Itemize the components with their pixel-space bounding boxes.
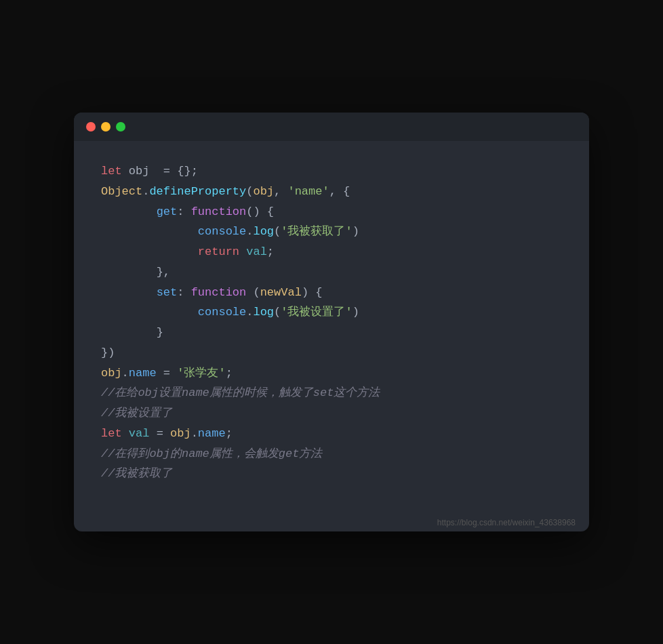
code-line-14: let val = obj.name;	[101, 424, 562, 444]
code-line-6: },	[101, 262, 562, 283]
code-line-4: console.log('我被获取了')	[101, 222, 562, 242]
code-line-7: set: function (newVal) {	[101, 283, 562, 303]
code-line-13: //我被设置了	[101, 403, 562, 424]
code-line-12: //在给obj设置name属性的时候，触发了set这个方法	[101, 383, 562, 403]
code-line-8: console.log('我被设置了')	[101, 302, 562, 323]
titlebar	[74, 113, 589, 141]
code-window: let obj = {}; Object.defineProperty(obj,…	[74, 113, 589, 531]
code-line-16: //我被获取了	[101, 464, 562, 484]
code-line-15: //在得到obj的name属性，会触发get方法	[101, 444, 562, 464]
maximize-button[interactable]	[116, 122, 125, 132]
code-line-11: obj.name = '张学友';	[101, 363, 562, 384]
footer-url: https://blog.csdn.net/weixin_43638968	[74, 511, 589, 531]
code-line-10: })	[101, 343, 562, 363]
code-line-5: return val;	[101, 242, 562, 262]
code-line-9: }	[101, 323, 562, 343]
code-editor: let obj = {}; Object.defineProperty(obj,…	[74, 141, 589, 511]
code-line-3: get: function() {	[101, 202, 562, 222]
minimize-button[interactable]	[101, 122, 110, 132]
code-line-1: let obj = {};	[101, 161, 562, 182]
code-line-2: Object.defineProperty(obj, 'name', {	[101, 182, 562, 202]
close-button[interactable]	[86, 122, 96, 132]
